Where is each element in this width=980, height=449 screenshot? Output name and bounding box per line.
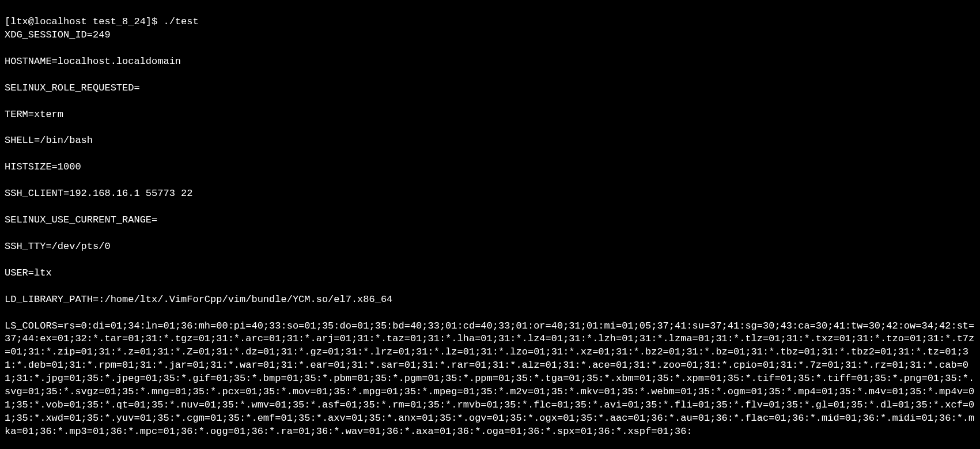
- env-HISTSIZE: HISTSIZE=1000: [5, 161, 975, 174]
- env-HOSTNAME: HOSTNAME=localhost.localdomain: [5, 55, 975, 69]
- env-SHELL: SHELL=/bin/bash: [5, 134, 975, 148]
- shell-prompt: [ltx@localhost test_8_24]$: [5, 16, 163, 27]
- env-TERM: TERM=xterm: [5, 108, 975, 122]
- env-LD_LIBRARY_PATH: LD_LIBRARY_PATH=:/home/ltx/.VimForCpp/vi…: [5, 293, 975, 307]
- env-SSH_TTY: SSH_TTY=/dev/pts/0: [5, 240, 975, 254]
- terminal-area[interactable]: [ltx@localhost test_8_24]$ ./test XDG_SE…: [0, 0, 980, 449]
- env-LS_COLORS: LS_COLORS=rs=0:di=01;34:ln=01;36:mh=00:p…: [5, 320, 975, 439]
- env-XDG_SESSION_ID: XDG_SESSION_ID=249: [5, 29, 975, 42]
- env-SELINUX_ROLE_REQUESTED: SELINUX_ROLE_REQUESTED=: [5, 82, 975, 95]
- env-USER: USER=ltx: [5, 267, 975, 280]
- env-SSH_CLIENT: SSH_CLIENT=192.168.16.1 55773 22: [5, 187, 975, 201]
- env-SELINUX_USE_CURRENT_RANGE: SELINUX_USE_CURRENT_RANGE=: [5, 214, 975, 227]
- command-text: ./test: [163, 16, 198, 27]
